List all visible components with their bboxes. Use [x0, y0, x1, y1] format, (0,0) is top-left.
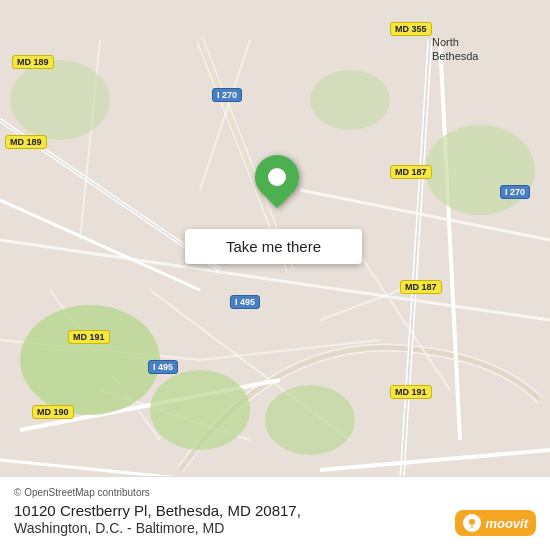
road-badge-md190: MD 190 — [32, 405, 74, 419]
map-container: Take me there MD 189 MD 189 MD 355 I 270… — [0, 0, 550, 550]
moovit-logo[interactable]: moovit — [455, 510, 536, 536]
info-panel: © OpenStreetMap contributors 10120 Crest… — [0, 476, 550, 550]
road-badge-md187-1: MD 187 — [390, 165, 432, 179]
location-pin — [255, 155, 299, 199]
svg-point-26 — [10, 60, 110, 140]
svg-point-27 — [265, 385, 355, 455]
road-badge-i495-1: I 495 — [230, 295, 260, 309]
svg-line-21 — [320, 290, 400, 320]
copyright: © OpenStreetMap contributors — [14, 487, 536, 498]
svg-point-22 — [20, 305, 160, 415]
north-bethesda-label: NorthBethesda — [432, 35, 478, 64]
pin-shape — [246, 146, 308, 208]
roads-layer — [0, 0, 550, 550]
road-badge-md187-2: MD 187 — [400, 280, 442, 294]
road-badge-md191-2: MD 191 — [390, 385, 432, 399]
svg-point-28 — [469, 519, 475, 525]
moovit-icon — [463, 514, 481, 532]
svg-line-8 — [320, 450, 550, 470]
svg-line-16 — [350, 240, 450, 390]
svg-point-23 — [150, 370, 250, 450]
svg-point-25 — [310, 70, 390, 130]
road-badge-i270-2: I 270 — [500, 185, 530, 199]
road-badge-i495-2: I 495 — [148, 360, 178, 374]
take-me-there-button[interactable]: Take me there — [185, 229, 362, 264]
svg-point-24 — [425, 125, 535, 215]
road-badge-md191-1: MD 191 — [68, 330, 110, 344]
pin-inner-circle — [268, 168, 286, 186]
road-badge-md355: MD 355 — [390, 22, 432, 36]
road-badge-i270-1: I 270 — [212, 88, 242, 102]
road-badge-md189-2: MD 189 — [5, 135, 47, 149]
svg-line-3 — [400, 40, 430, 510]
moovit-text: moovit — [485, 516, 528, 531]
road-badge-md189-1: MD 189 — [12, 55, 54, 69]
